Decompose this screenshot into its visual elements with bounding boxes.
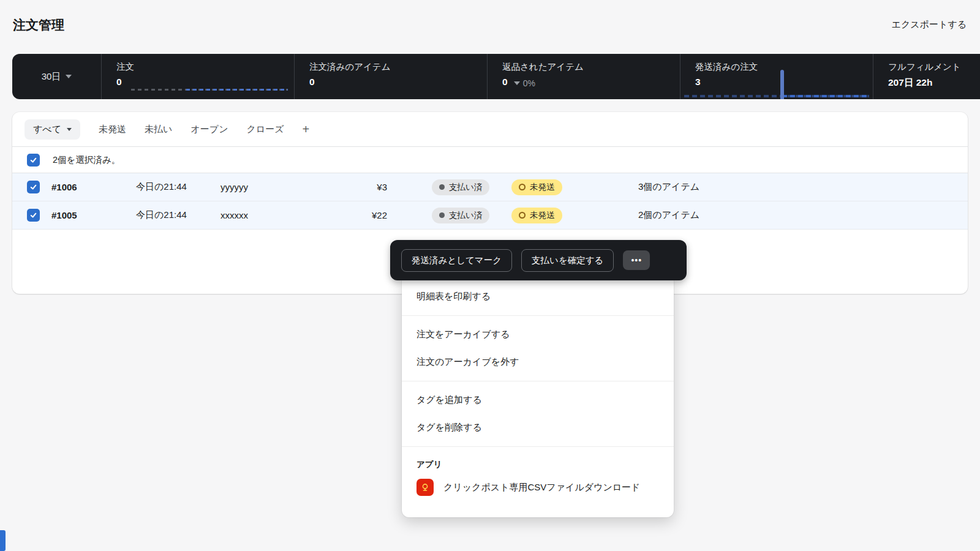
fulfillment-status-badge: 未発送 <box>511 201 562 229</box>
order-items-count: 3個のアイテム <box>638 173 699 201</box>
capture-payment-button[interactable]: 支払いを確定する <box>521 249 614 272</box>
menu-group: 注文をアーカイブする 注文のアーカイブを外す <box>402 316 674 381</box>
selection-header: 2個を選択済み。 <box>12 147 968 173</box>
order-number: #1005 <box>51 201 77 229</box>
sparkline-spike <box>780 70 784 99</box>
more-actions-button[interactable]: ••• <box>623 250 650 270</box>
chevron-down-icon <box>66 75 72 78</box>
menu-item-clickpost-csv[interactable]: クリックポスト専用CSVファイルダウンロード <box>402 473 674 502</box>
order-number: #1006 <box>51 173 77 201</box>
metric-ordered-items[interactable]: 注文済みのアイテム 0 <box>295 54 488 99</box>
metric-fulfillment[interactable]: フルフィルメント 207日 22h <box>873 54 980 99</box>
metric-value: 207日 22h <box>888 77 980 89</box>
payment-status-badge: 支払い済 <box>432 173 489 201</box>
payment-status-badge: 支払い済 <box>432 201 489 229</box>
table-row[interactable]: #1006 今日の21:44 yyyyyy ¥3 支払い済 未発送 3個のアイテ… <box>12 173 968 201</box>
bulk-actions-menu: 明細表を印刷する 注文をアーカイブする 注文のアーカイブを外す タグを追加する … <box>402 274 674 517</box>
metric-value: 0 <box>116 77 294 88</box>
payment-status-label: 支払い済 <box>449 182 482 193</box>
paid-dot-icon <box>439 212 445 218</box>
unfulfilled-ring-icon <box>519 184 526 190</box>
sparkline-shipped <box>684 95 869 97</box>
edge-artifact <box>0 530 6 551</box>
metric-label: 返品されたアイテム <box>502 61 680 73</box>
metric-value: 0 <box>309 77 487 88</box>
order-date: 今日の21:44 <box>136 201 187 229</box>
metric-shipped-orders[interactable]: 発送済みの注文 3 <box>680 54 873 99</box>
order-items-count: 2個のアイテム <box>638 201 699 229</box>
tab-closed[interactable]: クローズ <box>246 124 284 135</box>
unfulfilled-ring-icon <box>519 212 526 219</box>
add-view-button[interactable]: + <box>303 123 310 135</box>
metric-delta: 0% <box>523 78 535 88</box>
check-icon <box>29 183 37 191</box>
order-customer: yyyyyy <box>221 173 248 201</box>
bulk-actions-bar: 発送済みとしてマーク 支払いを確定する ••• <box>390 240 687 280</box>
metric-orders[interactable]: 注文 0 <box>102 54 295 99</box>
metric-label: フルフィルメント <box>888 61 980 73</box>
sparkline-orders <box>131 89 288 91</box>
metric-value: 00% <box>502 77 680 88</box>
tab-unfulfilled[interactable]: 未発送 <box>99 124 126 135</box>
table-row[interactable]: #1005 今日の21:44 xxxxxx ¥22 支払い済 未発送 2個のアイ… <box>12 201 968 230</box>
filter-tabs: すべて 未発送 未払い オープン クローズ + <box>12 112 968 147</box>
metric-label: 注文 <box>116 61 294 73</box>
order-date: 今日の21:44 <box>136 173 187 201</box>
metric-returned-items[interactable]: 返品されたアイテム 00% <box>488 54 680 99</box>
check-icon <box>29 211 37 219</box>
chevron-down-icon <box>67 128 72 131</box>
app-item-label: クリックポスト専用CSVファイルダウンロード <box>443 482 640 493</box>
fulfillment-status-label: 未発送 <box>530 182 555 193</box>
menu-group: タグを追加する タグを削除する <box>402 381 674 447</box>
apps-section-header: アプリ <box>402 452 674 473</box>
selection-count-label: 2個を選択済み。 <box>53 154 120 166</box>
metric-label: 注文済みのアイテム <box>309 61 487 73</box>
period-selector[interactable]: 30日 <box>12 54 102 99</box>
order-total: ¥3 <box>331 173 387 201</box>
menu-item-unarchive-orders[interactable]: 注文のアーカイブを外す <box>402 348 674 376</box>
period-label: 30日 <box>42 71 61 83</box>
menu-item-archive-orders[interactable]: 注文をアーカイブする <box>402 321 674 348</box>
tab-all-label: すべて <box>33 124 61 135</box>
select-all-checkbox[interactable] <box>27 154 40 167</box>
order-customer: xxxxxx <box>221 201 248 229</box>
menu-group-apps: アプリ クリックポスト専用CSVファイルダウンロード <box>402 447 674 507</box>
fulfillment-status-badge: 未発送 <box>511 173 562 201</box>
page-title: 注文管理 <box>13 17 64 34</box>
metric-value-number: 0 <box>502 77 508 87</box>
payment-status-label: 支払い済 <box>449 210 482 221</box>
fulfillment-status-label: 未発送 <box>530 210 555 221</box>
clickpost-app-icon <box>417 479 434 496</box>
order-total: ¥22 <box>331 201 387 229</box>
row-checkbox[interactable] <box>27 181 40 193</box>
tab-all[interactable]: すべて <box>24 119 80 140</box>
paid-dot-icon <box>439 184 445 190</box>
row-checkbox[interactable] <box>27 209 40 222</box>
menu-group: 明細表を印刷する <box>402 278 674 316</box>
tab-unpaid[interactable]: 未払い <box>145 124 172 135</box>
tab-open[interactable]: オープン <box>190 124 228 135</box>
decrease-caret-icon <box>514 81 520 85</box>
menu-item-remove-tags[interactable]: タグを削除する <box>402 414 674 441</box>
export-button[interactable]: エクスポートする <box>892 19 967 31</box>
menu-item-print-packing-slips[interactable]: 明細表を印刷する <box>402 283 674 310</box>
mark-fulfilled-button[interactable]: 発送済みとしてマーク <box>401 249 512 272</box>
check-icon <box>29 156 37 164</box>
menu-item-add-tags[interactable]: タグを追加する <box>402 386 674 414</box>
stats-bar: 30日 注文 0 注文済みのアイテム 0 返品されたアイテム 00% 発送済みの… <box>12 54 980 99</box>
